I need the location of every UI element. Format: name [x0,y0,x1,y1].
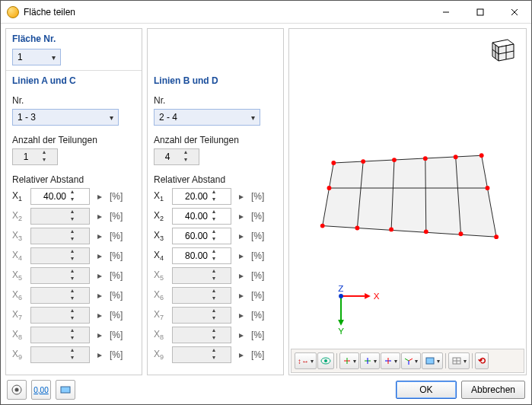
svg-point-28 [459,231,464,236]
rel-distance-value[interactable] [173,230,209,242]
spin-down-icon[interactable]: ▾ [209,256,218,263]
row-label: X1 [154,190,167,202]
unit-label: [%] [251,211,268,222]
pick-icon: ▸ [236,307,247,324]
units-button[interactable]: 0,00 [31,380,51,400]
row-label: X8 [12,329,26,341]
view-dimension-button[interactable]: ↕↔▾ [295,352,317,369]
spin-down-icon[interactable]: ▾ [209,236,218,244]
svg-line-47 [405,359,409,361]
view-reset-button[interactable]: ⟲ [475,352,489,369]
unit-label: [%] [251,290,268,301]
rel-distance-value[interactable] [31,190,68,202]
view-render-button[interactable]: ▾ [422,352,443,369]
svg-text:X: X [374,291,380,301]
nav-cube-icon[interactable] [488,33,518,64]
rel-distance-input: ▴▾ [172,287,231,304]
header-lines-ac: Linien A und C [6,71,142,89]
rel-distance-value [173,309,209,321]
view-y-button[interactable]: ▾ [360,352,380,369]
view-z-button[interactable]: ▾ [381,352,400,369]
spin-down-icon[interactable]: ▾ [39,157,49,164]
pick-icon[interactable]: ▸ [236,188,247,205]
rel-distance-row: X4▴▾▸[%] [12,247,135,264]
row-label: X2 [12,210,26,222]
rel-distance-row: X9▴▾▸[%] [154,346,277,363]
svg-point-24 [320,224,325,228]
surface-no-combo[interactable]: 1 ▾ [12,49,61,65]
row-label: X7 [12,309,26,321]
rel-distance-row: X8▴▾▸[%] [12,327,135,343]
render-options-button[interactable] [56,380,75,400]
view-wire-button[interactable]: ▾ [448,352,470,369]
unit-label: [%] [110,290,126,301]
rel-distance-value [31,210,68,222]
rel-distance-row: X1▴▾▸[%] [12,188,135,205]
rel-distance-row: X3▴▾▸[%] [154,228,277,244]
rel-distance-value[interactable] [173,210,209,222]
svg-point-39 [324,359,327,362]
pick-icon: ▸ [94,307,105,324]
pick-icon[interactable]: ▸ [236,208,247,225]
unit-label: [%] [251,231,268,241]
divisions-bd-spinner[interactable]: ▴▾ [154,148,199,165]
rel-distance-row: X2▴▾▸[%] [12,208,135,225]
minimize-button[interactable] [428,1,463,23]
spin-down-icon[interactable]: ▾ [209,216,218,224]
svg-point-20 [454,155,458,159]
rel-distance-input[interactable]: ▴▾ [172,188,231,205]
svg-marker-31 [365,293,371,299]
spin-down-icon: ▾ [209,355,218,362]
rel-distance-input: ▴▾ [172,346,231,363]
rel-distance-row: X3▴▾▸[%] [12,228,135,244]
pick-icon[interactable]: ▸ [236,247,247,264]
svg-point-22 [327,186,332,190]
content-area: Fläche Nr. 1 ▾ Linien A und C Nr. 1 - 3 … [1,24,531,375]
rel-distance-input[interactable]: ▴▾ [172,247,231,264]
divisions-ac-spinner[interactable]: ▴▾ [12,148,58,165]
pick-icon[interactable]: ▸ [94,188,105,205]
cancel-button[interactable]: Abbrechen [461,381,525,399]
lines-bd-combo[interactable]: 2 - 4 ▾ [154,109,260,126]
lines-bd-value: 2 - 4 [159,112,177,123]
unit-label: [%] [110,191,126,202]
divisions-bd-value[interactable] [155,151,180,163]
row-label: X5 [12,269,26,282]
ok-button[interactable]: OK [396,381,457,399]
svg-text:Z: Z [338,283,343,293]
preview-mesh: X Y Z [289,29,526,349]
rel-distance-row: X6▴▾▸[%] [12,287,135,304]
rel-distance-row: X7▴▾▸[%] [12,307,135,324]
spin-down-icon[interactable]: ▾ [209,196,218,204]
unit-label: [%] [251,310,268,320]
rel-distance-input[interactable]: ▴▾ [30,188,90,205]
spin-down-icon[interactable]: ▾ [68,196,77,204]
rel-distance-input[interactable]: ▴▾ [172,228,231,244]
view-show-button[interactable] [317,352,334,369]
lines-ac-value: 1 - 3 [18,112,36,123]
preview-panel: X Y Z ↕↔▾ ▾ ▾ ▾ ▾ ▾ ▾ ⟲ [288,28,527,375]
row-label: X1 [12,190,26,202]
rel-distance-value [173,349,209,361]
view-x-button[interactable]: ▾ [339,352,359,369]
rel-distance-value[interactable] [173,250,209,262]
view-iso-button[interactable]: ▾ [401,352,421,369]
dialog-footer: 0,00 OK Abbrechen [1,375,531,404]
spin-down-icon[interactable]: ▾ [180,157,191,164]
chevron-down-icon: ▾ [251,113,255,122]
pick-icon[interactable]: ▸ [236,228,247,244]
rel-distance-input: ▴▾ [172,267,231,284]
rel-rows-ac: X1▴▾▸[%]X2▴▾▸[%]X3▴▾▸[%]X4▴▾▸[%]X5▴▾▸[%]… [12,188,135,363]
help-button[interactable] [7,380,27,400]
rel-distance-input[interactable]: ▴▾ [172,208,231,225]
maximize-button[interactable] [463,1,497,23]
close-button[interactable] [497,1,531,23]
lines-ac-combo[interactable]: 1 - 3 ▾ [12,109,119,126]
unit-label: [%] [251,270,268,281]
rel-distance-value[interactable] [173,190,209,202]
app-icon [7,6,19,18]
divisions-ac-value[interactable] [13,151,39,163]
pick-icon: ▸ [236,327,247,343]
rel-distance-row: X9▴▾▸[%] [12,346,135,363]
preview-viewport[interactable]: X Y Z [289,29,526,349]
